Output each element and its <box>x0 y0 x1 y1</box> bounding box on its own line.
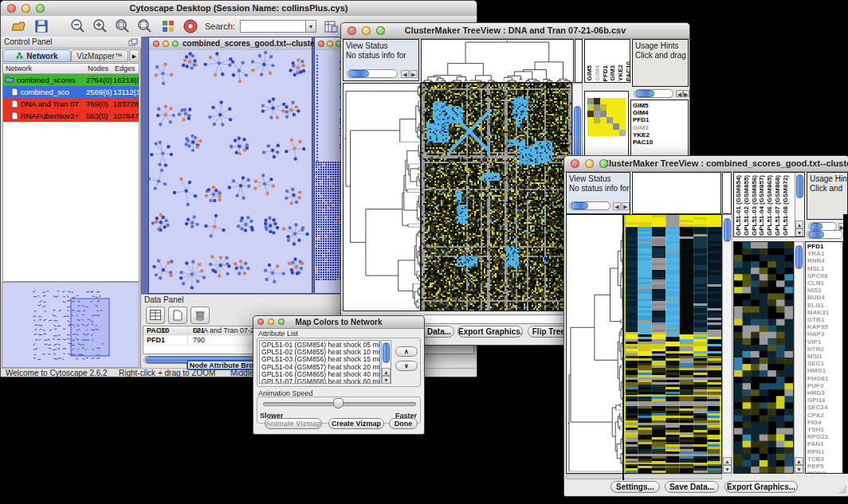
scroll-down-button[interactable]: ▼ <box>795 465 803 473</box>
network-view-canvas[interactable] <box>149 50 312 293</box>
gene-label[interactable]: KAP95 <box>806 323 842 330</box>
zoom-button[interactable] <box>36 4 45 13</box>
tv1-status-hscroll[interactable] <box>347 69 398 78</box>
gene-label[interactable]: MAK31 <box>806 309 842 316</box>
gene-label[interactable]: PAN1 <box>806 440 842 447</box>
scroll-thumb[interactable] <box>796 174 803 198</box>
col-nodes[interactable]: Nodes <box>88 64 108 72</box>
scroll-left-button[interactable]: ◀ <box>401 70 409 78</box>
close-button[interactable] <box>7 4 16 13</box>
scroll-right-button[interactable]: ▶ <box>410 70 418 78</box>
zoom-button[interactable] <box>376 26 385 35</box>
minimize-button[interactable] <box>163 41 169 47</box>
attribute-select-button[interactable] <box>146 307 165 324</box>
scroll-up-button[interactable]: ▲ <box>382 368 391 376</box>
gene-label[interactable]: MON2 <box>806 470 842 474</box>
gene-label[interactable]: PFD1 <box>806 243 842 250</box>
gene-label[interactable]: HRD3 <box>806 389 842 397</box>
gene-label[interactable]: RPO21 <box>806 433 842 440</box>
gene-label[interactable]: ELG1 <box>806 302 842 309</box>
gene-label[interactable]: RPN1 <box>806 448 842 455</box>
heatmap-canvas[interactable] <box>422 84 571 311</box>
tab-vizmapper[interactable]: VizMapper™ <box>71 49 128 62</box>
tv2-global-heatmap[interactable] <box>623 214 722 474</box>
array-label[interactable]: PFD1 <box>602 65 610 81</box>
zoom-heatmap-canvas[interactable] <box>734 242 793 473</box>
scroll-up-button[interactable]: ▲ <box>795 221 803 229</box>
gene-label[interactable]: NIS1 <box>806 287 842 294</box>
array-label[interactable]: YKE2 <box>617 64 625 81</box>
gene-label[interactable]: GIM4 <box>631 109 688 116</box>
gene-label[interactable]: PEP5 <box>806 463 842 470</box>
tv2-genes-hscroll[interactable] <box>807 230 843 239</box>
network-row[interactable]: combined_scores2764(0)16218(0) <box>3 74 139 86</box>
settings-button[interactable]: Settings... <box>610 481 660 493</box>
tab-network[interactable]: Network <box>2 49 71 62</box>
tv2-zoom-panel[interactable] <box>733 241 794 474</box>
dialog-titlebar[interactable]: Map Colors to Network <box>253 316 424 329</box>
export-graphics-button[interactable]: Export Graphics... <box>724 481 798 493</box>
close-button[interactable] <box>571 159 579 168</box>
gene-label[interactable]: PAC10 <box>631 139 688 146</box>
attribute-list[interactable]: GPL51-01 (GSM854) heat shock 05 minGPL51… <box>259 340 380 384</box>
gene-label[interactable]: MSL1 <box>806 265 842 272</box>
move-up-button[interactable]: ∧ <box>395 346 418 357</box>
gene-label[interactable]: PFD1 <box>631 116 688 123</box>
gene-label[interactable]: CPA2 <box>806 412 842 419</box>
gene-label[interactable]: GPI16 <box>806 397 842 404</box>
network-row[interactable]: DNA and Tran 07769(0)183728(0) <box>3 98 139 110</box>
tv2-labels-scrollbar[interactable]: ▲ ▼ <box>795 173 804 236</box>
scroll-thumb[interactable] <box>635 90 654 97</box>
treeview2-titlebar[interactable]: ClusterMaker TreeView : combined_scores_… <box>564 156 848 172</box>
move-down-button[interactable]: ∨ <box>395 361 418 371</box>
gene-label[interactable]: SPC98 <box>806 272 842 279</box>
array-label[interactable]: GPL51-04 (GSM857) <box>758 175 766 236</box>
import-attributes-icon[interactable] <box>323 18 339 34</box>
tv2-zoom-vscrollbar[interactable]: ▲ ▼ <box>794 241 804 474</box>
tv1-gene-tree[interactable] <box>343 83 421 311</box>
zoom-out-icon[interactable] <box>69 18 87 34</box>
gene-label[interactable]: PUF3 <box>806 382 842 389</box>
gene-label[interactable]: VIP1 <box>806 338 842 346</box>
scroll-thumb[interactable] <box>383 342 390 363</box>
gene-label[interactable]: NTR2 <box>806 346 842 353</box>
gene-label[interactable]: BUD4 <box>806 294 842 301</box>
scroll-right-button[interactable]: ▶ <box>622 202 630 210</box>
col-network[interactable]: Network <box>6 64 32 72</box>
tab-overflow-button[interactable]: ▶ <box>129 49 139 62</box>
zoom-button[interactable] <box>278 318 285 325</box>
zoom-heatmap-canvas[interactable] <box>587 98 626 136</box>
scroll-thumb[interactable] <box>348 70 369 77</box>
gene-label[interactable]: HMG1 <box>806 367 842 374</box>
zoom-fit-icon[interactable] <box>136 18 154 34</box>
gene-label[interactable]: SEC1 <box>806 360 842 367</box>
minimize-button[interactable] <box>327 41 333 47</box>
search-dropdown-button[interactable]: ▼ <box>305 20 316 33</box>
tv2-status-hscroll[interactable] <box>569 201 610 210</box>
birdseye-canvas[interactable] <box>2 283 139 367</box>
scroll-thumb[interactable] <box>810 223 822 230</box>
scroll-thumb[interactable] <box>795 245 803 269</box>
done-button[interactable]: Done <box>389 418 418 429</box>
gene-dendrogram-canvas[interactable] <box>567 215 622 473</box>
scroll-down-button[interactable]: ▼ <box>723 465 732 473</box>
animate-vizmap-button[interactable]: Animate Vizmap <box>265 418 322 429</box>
close-button[interactable] <box>257 318 264 325</box>
gene-label[interactable]: RNR4 <box>806 257 842 264</box>
array-label[interactable]: GPL51-03 (GSM856) <box>751 175 759 236</box>
scroll-thumb[interactable] <box>724 218 731 242</box>
zoom-selected-icon[interactable] <box>114 18 132 34</box>
gene-dendrogram-canvas[interactable] <box>344 84 420 311</box>
zoom-button[interactable] <box>172 41 179 47</box>
col-edges[interactable]: Edges <box>115 64 135 72</box>
delete-attribute-button[interactable] <box>190 307 210 324</box>
minimize-button[interactable] <box>268 318 274 325</box>
scroll-left-button[interactable]: ◀ <box>613 202 621 210</box>
scroll-thumb[interactable] <box>571 202 588 209</box>
zoom-in-icon[interactable] <box>92 18 109 34</box>
create-attribute-button[interactable] <box>168 307 187 324</box>
array-label[interactable]: GIM5 <box>586 65 594 81</box>
minimize-button[interactable] <box>585 159 594 168</box>
tv2-vscrollbar[interactable]: ▲ ▼ <box>722 214 732 474</box>
array-label[interactable]: PAC10 <box>625 61 630 81</box>
